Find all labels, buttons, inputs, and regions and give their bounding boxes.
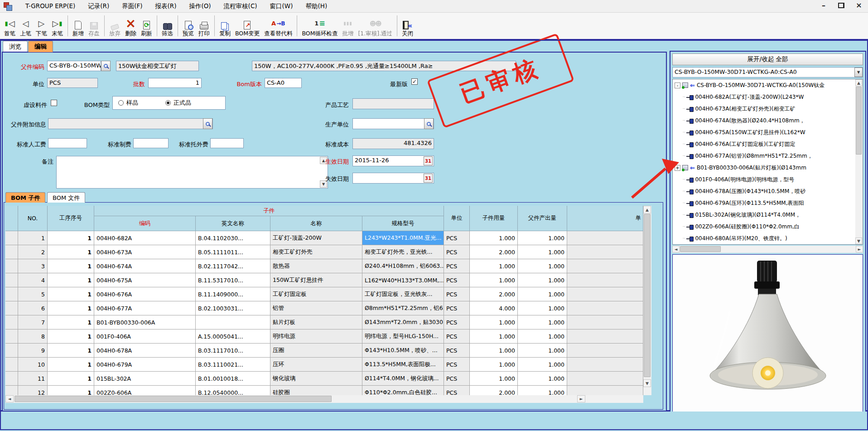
menu-item[interactable]: 记录(R) [82, 0, 116, 12]
parent-extra-lookup-button[interactable] [203, 118, 212, 129]
cell-proc[interactable]: 1 [48, 315, 94, 329]
cell-spec[interactable]: L243*W243*T1.0MM.亚光... [362, 231, 444, 245]
scroll-up-icon[interactable]: ▲ [643, 206, 651, 213]
cell-eng[interactable]: B.01.0010018... [196, 372, 270, 386]
cell-extra[interactable] [567, 273, 643, 287]
col-header-code[interactable]: 编码 [94, 216, 196, 231]
cell-proc[interactable]: 1 [48, 358, 94, 372]
cell-unit[interactable]: PCS [444, 287, 470, 301]
cell-extra[interactable] [567, 386, 643, 395]
cell-unit[interactable]: PCS [444, 372, 470, 386]
toolbar-new-doc-button[interactable]: 新增 [70, 14, 86, 38]
batch-input[interactable]: 1 [148, 78, 202, 88]
cell-extra[interactable] [567, 231, 643, 245]
cell-qty[interactable]: 4.000 [470, 301, 518, 315]
cell-extra[interactable] [567, 329, 643, 344]
cell-qty[interactable]: 2.000 [470, 245, 518, 259]
bom-version-input[interactable]: CS-A0 [265, 78, 302, 88]
table-hscrollbar[interactable]: ◄ ► [5, 395, 643, 403]
cell-eng[interactable]: B.03.1117010... [196, 344, 270, 358]
cell-proc[interactable]: 1 [48, 273, 94, 287]
cell-code[interactable]: 004H0-673A [94, 245, 196, 259]
radio-sample[interactable] [118, 100, 124, 106]
cell-qty[interactable]: 2.000 [470, 287, 518, 301]
cell-pqty[interactable]: 1.000 [518, 315, 567, 329]
cell-code[interactable]: 002Z0-606A [94, 386, 196, 395]
cell-spec[interactable]: Ø114*T4.0MM，钢化玻璃... [362, 372, 444, 386]
cell-code[interactable]: 004H0-676A [94, 287, 196, 301]
cell-qty[interactable]: 1.000 [470, 273, 518, 287]
tree-node[interactable]: ┈004H0-675A(150W工矿灯悬挂件)(L162*W [673, 126, 863, 138]
cell-pqty[interactable]: 1.000 [518, 329, 567, 344]
tree-node[interactable]: ┈004H0-679A(压环)(Φ113.5*H5MM,表面阳 [673, 197, 863, 209]
std-outsource-input[interactable] [210, 138, 244, 148]
cell-eng[interactable]: B.02.1117042... [196, 259, 270, 273]
toolbar-filter-button[interactable]: 筛选 [159, 14, 175, 38]
cell-eng[interactable]: B.11.1409000... [196, 287, 270, 301]
tree-node-root[interactable]: -⇐CS-BYB-O-150MW-30D71-WCTKG-A0(150W钛金 [673, 79, 863, 91]
production-unit-input[interactable] [352, 118, 434, 129]
cell-spec[interactable]: L162*W40*H133*T3.0MM,... [362, 273, 444, 287]
toolbar-nav-first-button[interactable]: 首笔 [2, 14, 18, 38]
virtual-part-checkbox[interactable] [51, 100, 57, 106]
menu-item[interactable]: 帮助(H) [299, 0, 333, 12]
cell-spec[interactable]: Ø240.4*H108mm，铝6063... [362, 259, 444, 273]
subtab-bom-children[interactable]: BOM 子件 [5, 192, 45, 203]
tree-vscrollbar[interactable]: ▲ ▼ [855, 79, 863, 244]
tree-node[interactable]: ┈015BL-302A(钢化玻璃)(Ø114*T4.0MM， [673, 209, 863, 221]
cell-no[interactable]: 5 [18, 287, 48, 301]
toolbar-preview-button[interactable]: 预览 [180, 14, 196, 38]
cell-extra[interactable] [567, 372, 643, 386]
cell-proc[interactable]: 1 [48, 287, 94, 301]
cell-extra[interactable] [567, 301, 643, 315]
cell-pqty[interactable]: 1.000 [518, 287, 567, 301]
tree-node[interactable]: ┈001F0-406A(明纬电源)(明纬电源，型号 [673, 174, 863, 185]
cell-sel[interactable] [5, 329, 18, 344]
scrollbar-thumb[interactable] [644, 214, 651, 377]
cell-pqty[interactable]: 1.000 [518, 259, 567, 273]
cell-unit[interactable]: PCS [444, 344, 470, 358]
cell-name[interactable]: 150W工矿灯悬挂件 [270, 273, 362, 287]
cell-name[interactable]: 贴片灯板 [270, 315, 362, 329]
col-header-spec[interactable]: 规格型号 [362, 216, 444, 231]
cell-unit[interactable]: PCS [444, 301, 470, 315]
production-unit-lookup-button[interactable] [424, 118, 434, 129]
cell-qty[interactable]: 1.000 [470, 259, 518, 273]
subtab-bom-files[interactable]: BOM 文件 [47, 192, 85, 203]
cell-proc[interactable]: 1 [48, 231, 94, 245]
cell-name[interactable]: 明纬电源 [270, 329, 362, 344]
cell-spec[interactable]: Φ143*H10.5MM，喷砂、... [362, 344, 444, 358]
scrollbar-thumb[interactable] [14, 396, 332, 402]
cell-qty[interactable]: 1.000 [470, 372, 518, 386]
cell-extra[interactable] [567, 358, 643, 372]
cell-code[interactable]: 004H0-679A [94, 358, 196, 372]
tree-node[interactable]: ┈004H0-680A(吊环)(M20、铁度锌。) [673, 232, 863, 244]
col-header-no[interactable]: NO. [18, 206, 48, 231]
cell-unit[interactable]: PCS [444, 315, 470, 329]
cell-pqty[interactable]: 1.000 [518, 231, 567, 245]
close-icon[interactable]: × [854, 1, 863, 10]
cell-extra[interactable] [567, 287, 643, 301]
cell-code[interactable]: 015BL-302A [94, 372, 196, 386]
cell-proc[interactable]: 1 [48, 301, 94, 315]
cell-pqty[interactable]: 1.000 [518, 358, 567, 372]
tree-node[interactable]: ┈004H0-676A(工矿灯固定板)(工矿灯固定 [673, 138, 863, 150]
toolbar-bom-loop-button[interactable]: BOM循环检查 [299, 14, 340, 38]
scroll-down-icon[interactable]: ▼ [855, 237, 862, 244]
scroll-right-icon[interactable]: ► [856, 246, 863, 252]
toolbar-nav-last-button[interactable]: 末笔 [49, 14, 65, 38]
cell-no[interactable]: 1 [18, 231, 48, 245]
chevron-down-icon[interactable]: ▼ [854, 68, 863, 77]
tab-browse[interactable]: 浏览 [3, 41, 28, 52]
cell-sel[interactable] [5, 245, 18, 259]
cell-eng[interactable]: A.15.0005041... [196, 329, 270, 344]
toolbar-copy-button[interactable]: 复制 [217, 14, 233, 38]
toolbar-close-door-button[interactable]: 关闭 [400, 14, 415, 38]
tree-node[interactable]: ┈004H0-677A(铝管)(Ø8mm*H51*T2.25mm， [673, 150, 863, 162]
std-mfg-input[interactable] [133, 138, 169, 148]
col-header-unit[interactable]: 单位 [444, 206, 470, 231]
cell-code[interactable]: 004H0-674A [94, 259, 196, 273]
tree-node[interactable]: +⇐B01-BYB00330-006A(贴片灯板)(Ø143mm [673, 162, 863, 174]
cell-sel[interactable] [5, 287, 18, 301]
cell-proc[interactable]: 1 [48, 245, 94, 259]
